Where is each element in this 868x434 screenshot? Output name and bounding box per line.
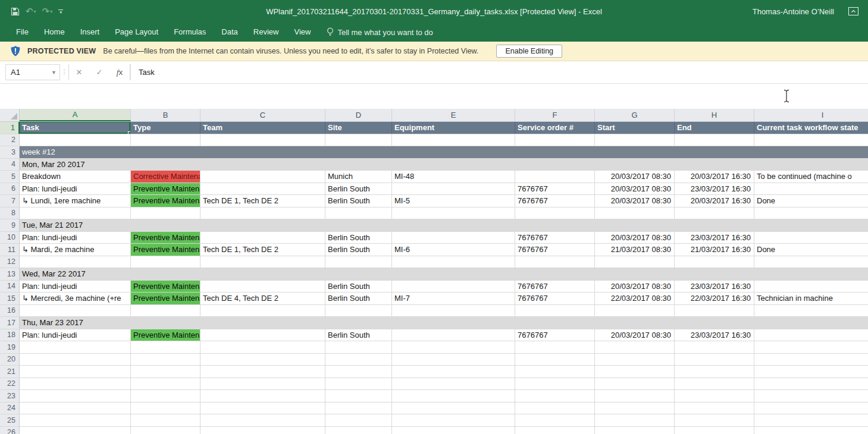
cell-E25[interactable] [392, 414, 515, 426]
cell-F21[interactable] [515, 366, 595, 378]
cell-I23[interactable] [754, 390, 868, 402]
cell-A16[interactable] [20, 305, 131, 317]
cell-F20[interactable] [515, 354, 595, 366]
cell-I21[interactable] [754, 366, 868, 378]
column-header-E[interactable]: E [392, 109, 515, 121]
cell-F24[interactable] [515, 402, 595, 414]
cell-H25[interactable] [675, 414, 754, 426]
row-header-15[interactable]: 15 [0, 293, 20, 304]
cell-B10[interactable]: Preventive Maintenance [131, 232, 200, 244]
cell-F14[interactable]: 7676767 [515, 281, 595, 293]
cell-B8[interactable] [131, 207, 200, 219]
cell-H15[interactable]: 22/03/2017 16:30 [675, 293, 754, 304]
cell-A25[interactable] [20, 414, 131, 426]
cell-C5[interactable] [200, 171, 325, 183]
cell-G22[interactable] [595, 378, 675, 390]
cell-D2[interactable] [325, 134, 392, 146]
cell-E18[interactable] [392, 329, 515, 341]
cell-F1[interactable]: Service order # [515, 122, 595, 134]
cell-A20[interactable] [20, 354, 131, 366]
cell-D7[interactable]: Berlin South [325, 195, 392, 207]
cell-C12[interactable] [200, 256, 325, 268]
enable-editing-button[interactable]: Enable Editing [496, 45, 562, 58]
cell-D21[interactable] [325, 366, 392, 378]
cell-E8[interactable] [392, 207, 515, 219]
cell-I22[interactable] [754, 378, 868, 390]
cell-I19[interactable] [754, 341, 868, 353]
cell-I6[interactable] [754, 183, 868, 195]
week-band-row-3[interactable]: week #12 [20, 146, 868, 158]
cell-E11[interactable]: MI-6 [392, 244, 515, 256]
cell-G12[interactable] [595, 256, 675, 268]
cell-C2[interactable] [200, 134, 325, 146]
cell-E16[interactable] [392, 305, 515, 317]
cell-G24[interactable] [595, 402, 675, 414]
cell-C24[interactable] [200, 402, 325, 414]
row-header-19[interactable]: 19 [0, 341, 20, 353]
cell-C11[interactable]: Tech DE 1, Tech DE 2 [200, 244, 325, 256]
cell-I7[interactable]: Done [754, 195, 868, 207]
cell-E2[interactable] [392, 134, 515, 146]
cell-E15[interactable]: MI-7 [392, 293, 515, 304]
ribbon-tab-data[interactable]: Data [214, 23, 245, 42]
cell-H1[interactable]: End [675, 122, 754, 134]
save-icon[interactable] [11, 7, 20, 16]
cell-D8[interactable] [325, 207, 392, 219]
cell-H19[interactable] [675, 341, 754, 353]
ribbon-tab-review[interactable]: Review [246, 23, 287, 42]
cell-B22[interactable] [131, 378, 200, 390]
cell-G14[interactable]: 20/03/2017 08:30 [595, 281, 675, 293]
cell-D26[interactable] [325, 427, 392, 434]
cell-D1[interactable]: Site [325, 122, 392, 134]
row-header-21[interactable]: 21 [0, 366, 20, 378]
day-band-row-13[interactable]: Wed, Mar 22 2017 [20, 268, 868, 280]
row-header-25[interactable]: 25 [0, 414, 20, 426]
cell-A2[interactable] [20, 134, 131, 146]
row-header-10[interactable]: 10 [0, 232, 20, 244]
cell-G19[interactable] [595, 341, 675, 353]
cell-G8[interactable] [595, 207, 675, 219]
cell-I15[interactable]: Technician in machine [754, 293, 868, 304]
cell-F25[interactable] [515, 414, 595, 426]
cell-I26[interactable] [754, 427, 868, 434]
cell-C16[interactable] [200, 305, 325, 317]
cell-D25[interactable] [325, 414, 392, 426]
cell-G16[interactable] [595, 305, 675, 317]
cell-H2[interactable] [675, 134, 754, 146]
cell-F26[interactable] [515, 427, 595, 434]
row-header-5[interactable]: 5 [0, 171, 20, 183]
cell-F15[interactable]: 7676767 [515, 293, 595, 304]
cell-A10[interactable]: Plan: lundi-jeudi [20, 232, 131, 244]
cell-A24[interactable] [20, 402, 131, 414]
ribbon-tab-insert[interactable]: Insert [73, 23, 108, 42]
cell-H6[interactable]: 23/03/2017 16:30 [675, 183, 754, 195]
cell-G21[interactable] [595, 366, 675, 378]
cell-H21[interactable] [675, 366, 754, 378]
cell-G1[interactable]: Start [595, 122, 675, 134]
cell-D6[interactable]: Berlin South [325, 183, 392, 195]
cell-C25[interactable] [200, 414, 325, 426]
cell-H22[interactable] [675, 378, 754, 390]
cell-B1[interactable]: Type [131, 122, 200, 134]
cell-A19[interactable] [20, 341, 131, 353]
confirm-icon[interactable]: ✓ [89, 68, 109, 77]
cell-I1[interactable]: Current task workflow state [754, 122, 868, 134]
cell-C21[interactable] [200, 366, 325, 378]
cell-H10[interactable]: 23/03/2017 16:30 [675, 232, 754, 244]
cell-I24[interactable] [754, 402, 868, 414]
row-header-7[interactable]: 7 [0, 195, 20, 207]
cell-A21[interactable] [20, 366, 131, 378]
column-header-I[interactable]: I [754, 109, 868, 121]
cell-A23[interactable] [20, 390, 131, 402]
cell-A8[interactable] [20, 207, 131, 219]
cell-A14[interactable]: Plan: lundi-jeudi [20, 281, 131, 293]
row-header-23[interactable]: 23 [0, 390, 20, 402]
cell-F2[interactable] [515, 134, 595, 146]
cell-I20[interactable] [754, 354, 868, 366]
cell-C18[interactable] [200, 329, 325, 341]
cell-E5[interactable]: MI-48 [392, 171, 515, 183]
cell-E23[interactable] [392, 390, 515, 402]
cell-H14[interactable]: 23/03/2017 16:30 [675, 281, 754, 293]
cell-E26[interactable] [392, 427, 515, 434]
row-header-22[interactable]: 22 [0, 378, 20, 390]
